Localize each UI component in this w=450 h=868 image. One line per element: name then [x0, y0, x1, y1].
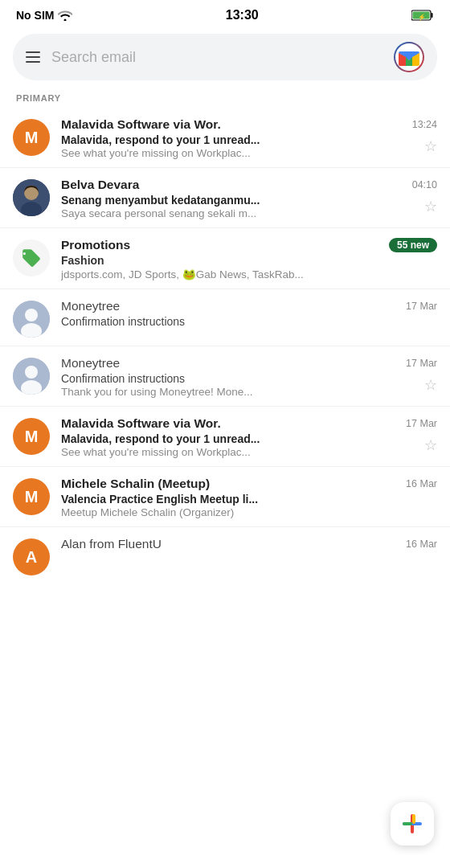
search-bar[interactable]: Search email: [13, 34, 437, 80]
search-input[interactable]: Search email: [51, 49, 382, 66]
email-subject: Valencia Practice English Meetup li...: [61, 493, 437, 506]
avatar: [13, 358, 50, 395]
email-sender: Moneytree: [61, 356, 399, 371]
promotions-icon-wrap: [13, 240, 50, 276]
star-icon[interactable]: ☆: [424, 436, 437, 454]
promotions-preview: jdsports.com, JD Sports, 🐸Gab News, Task…: [61, 268, 437, 280]
compose-button[interactable]: [391, 802, 434, 845]
email-sender: Malavida Software via Wor.: [61, 117, 406, 132]
section-label: PRIMARY: [0, 90, 450, 108]
email-subject: Confirmation instructions: [61, 315, 437, 328]
email-item[interactable]: M Malavida Software via Wor. 13:24 Malav…: [0, 108, 450, 168]
email-sender: Moneytree: [61, 299, 399, 313]
compose-icon: [400, 812, 424, 836]
user-avatar[interactable]: [394, 42, 424, 72]
email-content: Alan from FluentU 16 Mar: [61, 537, 437, 553]
promotions-sub: Fashion: [61, 254, 437, 267]
email-time: 13:24: [412, 119, 437, 130]
email-content: Malavida Software via Wor. 17 Mar Malavi…: [61, 416, 437, 458]
email-sender: Alan from FluentU: [61, 537, 399, 551]
star-icon[interactable]: ☆: [424, 376, 437, 394]
email-item[interactable]: Belva Devara 04:10 Senang menyambut keda…: [0, 168, 450, 228]
email-content: Malavida Software via Wor. 13:24 Malavid…: [61, 117, 437, 159]
email-subject: Senang menyambut kedatanganmu...: [61, 194, 418, 207]
promotions-content: Promotions 55 new Fashion jdsports.com, …: [61, 238, 437, 280]
email-subject: Malavida, respond to your 1 unread...: [61, 133, 418, 146]
email-preview: Meetup Michele Schalin (Organizer): [61, 506, 437, 518]
star-icon[interactable]: ☆: [424, 198, 437, 215]
avatar: A: [13, 538, 50, 575]
email-sender: Michele Schalin (Meetup): [61, 477, 399, 491]
promotions-item[interactable]: Promotions 55 new Fashion jdsports.com, …: [0, 228, 450, 289]
status-right: ⚡: [411, 10, 434, 21]
svg-text:⚡: ⚡: [418, 13, 426, 21]
email-time: 16 Mar: [406, 478, 437, 489]
email-list: M Malavida Software via Wor. 13:24 Malav…: [0, 108, 450, 583]
svg-rect-16: [403, 822, 412, 825]
status-time: 13:30: [226, 8, 259, 23]
email-item[interactable]: Moneytree 17 Mar Confirmation instructio…: [0, 346, 450, 407]
email-item[interactable]: A Alan from FluentU 16 Mar: [0, 527, 450, 583]
carrier-info: No SIM: [16, 9, 72, 22]
email-content: Belva Devara 04:10 Senang menyambut keda…: [61, 178, 437, 219]
svg-rect-1: [432, 13, 433, 18]
email-subject: Confirmation instructions: [61, 372, 418, 385]
email-content: Moneytree 17 Mar Confirmation instructio…: [61, 356, 437, 398]
wifi-icon: [58, 10, 72, 21]
svg-rect-17: [412, 814, 415, 824]
email-time: 17 Mar: [406, 358, 437, 369]
svg-point-12: [25, 366, 38, 379]
battery-icon: ⚡: [411, 10, 434, 21]
email-time: 17 Mar: [406, 301, 437, 312]
email-item[interactable]: Moneytree 17 Mar Confirmation instructio…: [0, 289, 450, 346]
star-icon[interactable]: ☆: [424, 137, 437, 155]
avatar: M: [13, 418, 50, 455]
email-subject: Malavida, respond to your 1 unread...: [61, 432, 418, 445]
promotions-title: Promotions: [61, 238, 130, 252]
avatar: [13, 179, 50, 216]
email-sender: Malavida Software via Wor.: [61, 416, 399, 431]
email-time: 16 Mar: [406, 538, 437, 550]
email-preview: Saya secara personal senang sekali m...: [61, 207, 418, 219]
email-preview: Thank you for using Moneytree! Mone...: [61, 386, 418, 398]
email-preview: See what you're missing on Workplac...: [61, 446, 418, 458]
email-content: Michele Schalin (Meetup) 16 Mar Valencia…: [61, 477, 437, 518]
promotions-badge: 55 new: [389, 238, 437, 252]
avatar: M: [13, 478, 50, 515]
email-sender: Belva Devara: [61, 178, 406, 192]
email-time: 17 Mar: [406, 418, 437, 429]
email-preview: See what you're missing on Workplac...: [61, 147, 418, 159]
email-item[interactable]: M Malavida Software via Wor. 17 Mar Mala…: [0, 407, 450, 467]
tag-icon: [21, 248, 42, 268]
email-item[interactable]: M Michele Schalin (Meetup) 16 Mar Valenc…: [0, 467, 450, 527]
status-bar: No SIM 13:30 ⚡: [0, 0, 450, 27]
avatar: M: [13, 119, 50, 156]
email-time: 04:10: [412, 179, 437, 190]
email-content: Moneytree 17 Mar Confirmation instructio…: [61, 299, 437, 329]
svg-point-9: [25, 309, 38, 321]
avatar: [13, 301, 50, 338]
carrier-text: No SIM: [16, 9, 54, 22]
menu-button[interactable]: [26, 51, 40, 63]
